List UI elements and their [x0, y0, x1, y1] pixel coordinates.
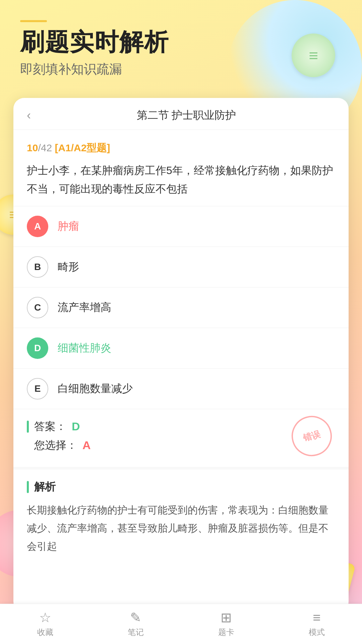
answer-accent-bar	[27, 421, 29, 433]
answer-label: 答案：	[34, 419, 66, 434]
mode-label: 模式	[309, 627, 325, 638]
option-e[interactable]: E 白细胞数量减少	[13, 368, 349, 409]
answer-section: 答案： D 您选择： A 错误	[13, 409, 349, 467]
card-nav: ‹ 第二节 护士职业防护	[13, 98, 349, 130]
option-c-circle: C	[27, 297, 48, 318]
nav-item-notes[interactable]: ✎ 笔记	[90, 611, 181, 638]
option-d-text: 细菌性肺炎	[58, 341, 111, 356]
card-label: 题卡	[218, 627, 234, 638]
question-meta: 10/42 [A1/A2型题]	[27, 140, 335, 156]
header-accent-line	[20, 20, 47, 22]
option-a[interactable]: A 肿瘤	[13, 206, 349, 247]
wrong-stamp: 错误	[287, 411, 337, 461]
header: 刷题实时解析 即刻填补知识疏漏	[0, 0, 362, 88]
card-nav-title: 第二节 护士职业防护	[38, 108, 335, 123]
option-a-circle: A	[27, 216, 48, 237]
back-button[interactable]: ‹	[27, 108, 31, 122]
option-b-text: 畸形	[58, 260, 79, 274]
analysis-accent-bar	[27, 481, 29, 493]
question-current-num: 10	[27, 142, 38, 153]
analysis-section: 解析 长期接触化疗药物的护士有可能受到的伤害，常表现为：白细胞数量减少、流产率增…	[13, 467, 349, 566]
header-title: 刷题实时解析	[20, 29, 342, 55]
option-e-text: 白细胞数量减少	[58, 381, 133, 396]
option-a-text: 肿瘤	[58, 219, 79, 234]
question-card: ‹ 第二节 护士职业防护 10/42 [A1/A2型题] 护士小李，在某肿瘤病房…	[13, 98, 349, 612]
mode-icon: ≡	[313, 611, 320, 624]
option-d-circle: D	[27, 337, 48, 359]
question-section: 10/42 [A1/A2型题] 护士小李，在某肿瘤病房工作5年，经常接触化疗药物…	[13, 130, 349, 206]
card-icon: ⊞	[221, 611, 232, 624]
answer-selected-row: 您选择： A	[34, 438, 335, 453]
answer-selected-value: A	[82, 439, 91, 452]
nav-item-card[interactable]: ⊞ 题卡	[181, 611, 272, 638]
analysis-text: 长期接触化疗药物的护士有可能受到的伤害，常表现为：白细胞数量减少、流产率增高，甚…	[27, 501, 335, 555]
option-e-circle: E	[27, 378, 48, 399]
analysis-header: 解析	[27, 480, 335, 494]
nav-item-collect[interactable]: ☆ 收藏	[0, 611, 90, 638]
answer-correct-value: D	[72, 420, 80, 433]
header-subtitle: 即刻填补知识疏漏	[20, 61, 342, 78]
question-total-num: /42	[38, 142, 55, 153]
bottom-nav: ☆ 收藏 ✎ 笔记 ⊞ 题卡 ≡ 模式	[0, 604, 362, 644]
nav-item-mode[interactable]: ≡ 模式	[272, 611, 362, 638]
notes-label: 笔记	[128, 627, 144, 638]
option-c-text: 流产率增高	[58, 300, 111, 315]
option-d[interactable]: D 细菌性肺炎	[13, 328, 349, 368]
collect-icon: ☆	[39, 611, 51, 624]
notes-icon: ✎	[130, 611, 141, 624]
analysis-title: 解析	[34, 480, 56, 494]
option-b[interactable]: B 畸形	[13, 247, 349, 287]
option-c[interactable]: C 流产率增高	[13, 287, 349, 328]
question-text: 护士小李，在某肿瘤病房工作5年，经常接触化疗药物，如果防护不当，可能出现的毒性反…	[27, 161, 335, 198]
collect-label: 收藏	[37, 627, 53, 638]
answer-selected-label: 您选择：	[34, 438, 77, 453]
answer-correct-row: 答案： D	[27, 419, 335, 434]
option-b-circle: B	[27, 256, 48, 278]
question-type-badge: [A1/A2型题]	[55, 142, 110, 153]
